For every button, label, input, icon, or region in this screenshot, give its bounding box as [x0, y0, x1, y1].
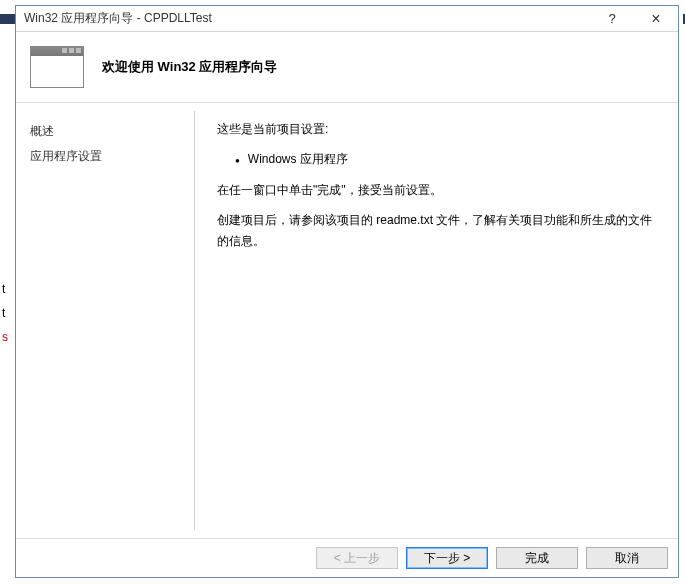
sidebar-item-app-settings[interactable]: 应用程序设置 — [30, 144, 180, 169]
help-button[interactable]: ? — [590, 6, 634, 32]
content-line-readme: 创建项目后，请参阅该项目的 readme.txt 文件，了解有关项目功能和所生成… — [217, 210, 660, 251]
content-intro: 这些是当前项目设置: — [217, 119, 660, 139]
background-stripe-left — [0, 14, 15, 24]
help-icon: ? — [608, 11, 615, 26]
wizard-body: 概述 应用程序设置 这些是当前项目设置: ● Windows 应用程序 在任一窗… — [16, 102, 678, 538]
wizard-title: 欢迎使用 Win32 应用程序向导 — [102, 58, 277, 76]
sidebar: 概述 应用程序设置 — [16, 103, 194, 538]
cancel-button[interactable]: 取消 — [586, 547, 668, 569]
wizard-header: 欢迎使用 Win32 应用程序向导 — [16, 32, 678, 102]
titlebar: Win32 应用程序向导 - CPPDLLTest ? × — [16, 6, 678, 32]
bullet-icon: ● — [235, 154, 240, 168]
sidebar-item-label: 应用程序设置 — [30, 149, 102, 163]
app-window-icon — [30, 46, 84, 88]
window-title: Win32 应用程序向导 - CPPDLLTest — [24, 10, 590, 27]
sidebar-item-overview[interactable]: 概述 — [30, 119, 180, 144]
bg-letter: s — [2, 330, 8, 344]
next-button[interactable]: 下一步 > — [406, 547, 488, 569]
content-area: 这些是当前项目设置: ● Windows 应用程序 在任一窗口中单击"完成"，接… — [195, 103, 678, 538]
sidebar-item-label: 概述 — [30, 124, 54, 138]
bg-letter: t — [2, 282, 5, 296]
close-button[interactable]: × — [634, 6, 678, 32]
prev-button: < 上一步 — [316, 547, 398, 569]
wizard-dialog: Win32 应用程序向导 - CPPDLLTest ? × 欢迎使用 Win32… — [15, 5, 679, 578]
settings-bullet: ● Windows 应用程序 — [217, 149, 660, 169]
close-icon: × — [651, 10, 660, 28]
content-line-finish: 在任一窗口中单击"完成"，接受当前设置。 — [217, 180, 660, 200]
bullet-text: Windows 应用程序 — [248, 149, 348, 169]
wizard-footer: < 上一步 下一步 > 完成 取消 — [16, 538, 678, 577]
finish-button[interactable]: 完成 — [496, 547, 578, 569]
bg-letter: t — [2, 306, 5, 320]
